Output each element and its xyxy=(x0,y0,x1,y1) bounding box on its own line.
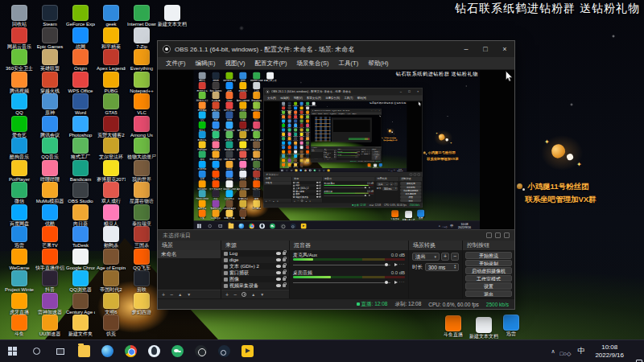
desktop-icon[interactable]: 哔哩哔哩 xyxy=(35,160,64,183)
scene-item[interactable]: 未命名 xyxy=(158,250,221,258)
tray-icon[interactable]: ◇ xyxy=(567,351,571,356)
desktop-icon[interactable]: 迅雷 xyxy=(5,226,34,249)
add-source-button[interactable]: + xyxy=(225,292,229,298)
desktop-icon[interactable]: 战网 xyxy=(66,27,95,50)
desktop-icon[interactable]: 赛博朋克2077 xyxy=(97,160,126,183)
desktop-icon[interactable]: 泰拉瑞亚 xyxy=(127,204,156,227)
channel-options-icon[interactable]: ··· xyxy=(399,261,406,266)
desktop-icon[interactable]: WPS Office xyxy=(66,72,95,94)
desktop-icon[interactable]: 斗鱼 xyxy=(5,315,34,337)
desktop-icon[interactable]: 斗鱼直播 xyxy=(439,315,468,338)
obs-studio-mode-button[interactable]: 工作室模式 xyxy=(465,275,512,282)
channel-options-icon[interactable]: ··· xyxy=(399,279,406,284)
visibility-icon[interactable] xyxy=(276,284,281,287)
obs-start-recording-button[interactable]: 开始录制 xyxy=(465,260,512,267)
desktop-icon[interactable]: 文明6 xyxy=(97,293,126,315)
transition-select[interactable]: 淡出 ▾ xyxy=(412,253,440,261)
desktop-icon[interactable]: 和平精英 xyxy=(97,27,126,50)
source-item[interactable]: 视频采集设备 xyxy=(221,282,289,289)
menu-item-6[interactable]: 帮助(H) xyxy=(363,60,393,68)
visibility-icon[interactable] xyxy=(276,252,281,255)
desktop-icon[interactable]: 艾尔登法环 xyxy=(97,138,126,160)
desktop-icon[interactable]: 芒果TV xyxy=(35,226,64,249)
desktop-icon[interactable]: PotPlayer xyxy=(5,160,34,183)
spinner-arrows-icon[interactable]: ▲▼ xyxy=(454,265,456,269)
dock-options-icon[interactable] xyxy=(504,232,510,238)
desktop-icon[interactable]: OBS Studio xyxy=(66,182,95,204)
taskbar-chrome-icon[interactable] xyxy=(125,345,137,357)
desktop-icon[interactable]: 剪映 xyxy=(127,270,156,293)
source-item[interactable]: Log xyxy=(221,250,289,257)
menu-item-4[interactable]: 场景集合(S) xyxy=(292,60,334,68)
slider-handle[interactable] xyxy=(385,281,389,285)
speaker-icon[interactable] xyxy=(394,263,398,266)
remove-scene-button[interactable]: − xyxy=(170,292,173,298)
tray-expand-icon[interactable]: ∧ xyxy=(551,348,555,355)
desktop-icon[interactable]: Project Winter xyxy=(5,270,34,293)
taskbar-obs-icon[interactable] xyxy=(195,345,207,357)
source-up-button[interactable]: ▲ xyxy=(251,293,255,297)
desktop-icon[interactable]: UU加速器 xyxy=(35,315,64,337)
desktop-icon[interactable]: Google Chrome xyxy=(66,249,95,271)
obs-virtual-camera-button[interactable]: 启动虚拟摄像机 xyxy=(465,267,512,274)
lock-icon[interactable] xyxy=(283,265,286,268)
task-view-button[interactable] xyxy=(48,340,72,362)
close-button[interactable]: × xyxy=(495,41,514,57)
desktop-icon[interactable]: 酷狗音乐 xyxy=(5,138,34,160)
desktop-icon[interactable]: PUBG xyxy=(97,72,126,94)
desktop-icon[interactable]: geek xyxy=(97,5,126,27)
maximize-button[interactable]: □ xyxy=(476,41,495,57)
menu-item-3[interactable]: 配置文件(P) xyxy=(250,60,292,68)
desktop-icon[interactable]: 新建文件夹 xyxy=(66,315,95,337)
source-properties-button[interactable] xyxy=(242,292,246,297)
taskbar-qq-icon[interactable] xyxy=(148,345,160,357)
desktop-icon[interactable]: Steam xyxy=(35,5,64,27)
lock-icon[interactable] xyxy=(283,271,286,274)
desktop-icon[interactable]: 360安全卫士 xyxy=(5,49,34,72)
desktop-icon[interactable]: 虎牙直播 xyxy=(5,293,34,315)
input-method-indicator[interactable]: 中 xyxy=(576,346,586,356)
scene-down-button[interactable]: ▼ xyxy=(187,293,191,297)
lock-icon[interactable] xyxy=(283,258,286,261)
desktop-icon[interactable]: 荒野大镖客2 xyxy=(97,116,126,138)
taskbar-edge-icon[interactable] xyxy=(101,345,114,357)
minimize-button[interactable]: – xyxy=(456,41,476,57)
desktop-icon[interactable]: 微信 xyxy=(5,182,34,204)
duration-input[interactable]: 300 ms ▲▼ xyxy=(425,263,459,271)
desktop-icon[interactable]: 网易云音乐 xyxy=(5,27,34,50)
desktop-icon[interactable]: 新建文本文档 xyxy=(469,317,498,339)
desktop-icon[interactable]: 三国杀 xyxy=(127,226,156,249)
remove-transition-button[interactable]: − xyxy=(451,253,459,261)
desktop-icon[interactable]: 帝国时代2 xyxy=(97,270,126,293)
visibility-icon[interactable] xyxy=(276,278,281,281)
desktop-icon[interactable]: 优酷 xyxy=(35,204,64,227)
desktop-icon[interactable]: Everything xyxy=(127,49,156,72)
desktop-icon[interactable]: 雷神加速器 xyxy=(35,293,64,315)
desktop-icon[interactable]: 抖音 xyxy=(35,270,64,293)
desktop-icon[interactable]: Apex Legends xyxy=(97,49,126,72)
menu-item-2[interactable]: 视图(V) xyxy=(221,60,250,68)
desktop-icon[interactable]: Epic Games xyxy=(35,27,64,50)
virtual-camera-settings-icon[interactable] xyxy=(505,269,510,273)
desktop-icon[interactable]: 我的世界 xyxy=(127,160,156,183)
desktop-icon[interactable]: 星露谷物语 xyxy=(127,182,156,204)
desktop-icon[interactable]: 爱奇艺 xyxy=(5,116,34,138)
obs-preview[interactable]: 回收站网易云音乐360安全卫士腾讯视频QQ爱奇艺酷狗音乐PotPlayer微信百… xyxy=(158,70,514,229)
menu-item-5[interactable]: 工具(T) xyxy=(334,60,364,68)
visibility-icon[interactable] xyxy=(276,271,281,274)
add-scene-button[interactable]: + xyxy=(162,292,165,298)
desktop-icon[interactable]: 回收站 xyxy=(5,5,34,27)
scene-up-button[interactable]: ▲ xyxy=(178,293,182,297)
search-button[interactable] xyxy=(24,340,48,362)
lock-icon[interactable] xyxy=(283,284,286,287)
desktop-icon[interactable]: GTA5 xyxy=(97,93,126,116)
desktop-icon[interactable]: 新建文本文档 xyxy=(158,5,187,27)
obs-exit-button[interactable]: 退出 xyxy=(465,290,512,298)
lock-preview-icon[interactable] xyxy=(486,232,492,238)
visibility-icon[interactable] xyxy=(276,258,281,261)
remove-source-button[interactable]: − xyxy=(233,292,237,298)
desktop-icon[interactable]: Photoshop xyxy=(66,116,95,138)
desktop-icon[interactable]: 穿越火线 xyxy=(35,72,64,94)
desktop-icon[interactable]: Word xyxy=(66,93,95,116)
taskbar-wechat-icon[interactable] xyxy=(171,345,184,357)
